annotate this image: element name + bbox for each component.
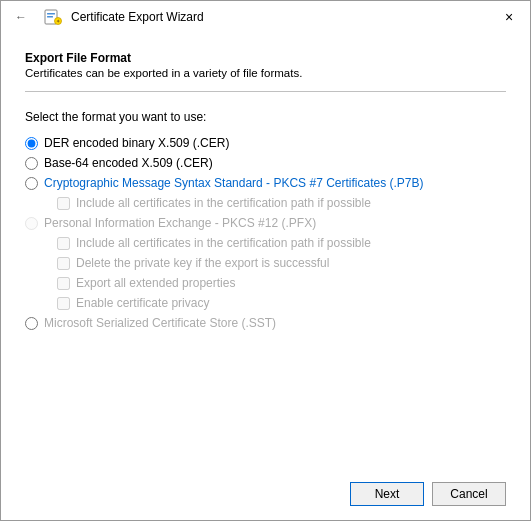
cancel-button[interactable]: Cancel bbox=[432, 482, 506, 506]
option-pkcs7-include[interactable]: Include all certificates in the certific… bbox=[57, 196, 506, 210]
option-pfx-extended-label: Export all extended properties bbox=[76, 276, 235, 290]
close-button[interactable]: × bbox=[496, 7, 522, 27]
option-der[interactable]: DER encoded binary X.509 (.CER) bbox=[25, 136, 506, 150]
option-pfx-delete-key[interactable]: Delete the private key if the export is … bbox=[57, 256, 506, 270]
option-sst-label: Microsoft Serialized Certificate Store (… bbox=[44, 316, 276, 330]
title-bar: ← ✦ Certificate Export Wizard × bbox=[1, 1, 530, 33]
option-sst[interactable]: Microsoft Serialized Certificate Store (… bbox=[25, 316, 506, 330]
wizard-window: ← ✦ Certificate Export Wizard × Export F… bbox=[0, 0, 531, 521]
svg-rect-2 bbox=[47, 16, 53, 18]
svg-rect-1 bbox=[47, 13, 55, 15]
option-base64[interactable]: Base-64 encoded X.509 (.CER) bbox=[25, 156, 506, 170]
option-pfx[interactable]: Personal Information Exchange - PKCS #12… bbox=[25, 216, 506, 230]
content-area: Export File Format Certificates can be e… bbox=[1, 33, 530, 472]
header-section: Export File Format Certificates can be e… bbox=[1, 33, 530, 91]
option-pkcs7-include-label: Include all certificates in the certific… bbox=[76, 196, 371, 210]
option-pfx-privacy-label: Enable certificate privacy bbox=[76, 296, 209, 310]
section-description: Certificates can be exported in a variet… bbox=[25, 67, 506, 79]
option-der-label: DER encoded binary X.509 (.CER) bbox=[44, 136, 229, 150]
option-pkcs7[interactable]: Cryptographic Message Syntax Standard - … bbox=[25, 176, 506, 190]
form-section: Select the format you want to use: DER e… bbox=[1, 92, 530, 472]
window-title: Certificate Export Wizard bbox=[71, 10, 204, 24]
footer: Next Cancel bbox=[1, 472, 530, 520]
option-pfx-privacy[interactable]: Enable certificate privacy bbox=[57, 296, 506, 310]
option-pfx-label: Personal Information Exchange - PKCS #12… bbox=[44, 216, 316, 230]
cert-icon: ✦ bbox=[43, 7, 63, 27]
option-pfx-extended[interactable]: Export all extended properties bbox=[57, 276, 506, 290]
option-pfx-delete-key-label: Delete the private key if the export is … bbox=[76, 256, 329, 270]
option-base64-label: Base-64 encoded X.509 (.CER) bbox=[44, 156, 213, 170]
form-select-label: Select the format you want to use: bbox=[25, 110, 506, 124]
section-title: Export File Format bbox=[25, 51, 506, 65]
next-button[interactable]: Next bbox=[350, 482, 424, 506]
back-button[interactable]: ← bbox=[11, 7, 31, 27]
format-radio-group: DER encoded binary X.509 (.CER) Base-64 … bbox=[25, 136, 506, 336]
option-pfx-include-label: Include all certificates in the certific… bbox=[76, 236, 371, 250]
option-pkcs7-label: Cryptographic Message Syntax Standard - … bbox=[44, 176, 424, 190]
option-pfx-include[interactable]: Include all certificates in the certific… bbox=[57, 236, 506, 250]
